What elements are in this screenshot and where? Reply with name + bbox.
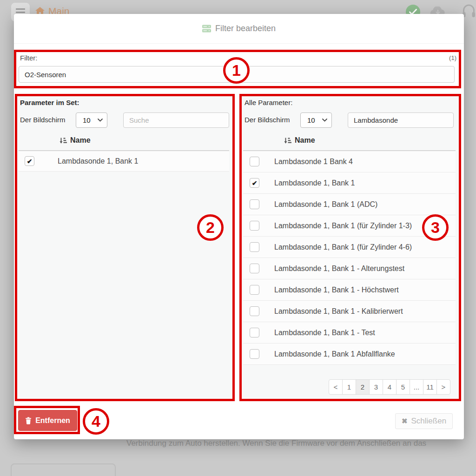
parameter-name: Lambdasonde 1, Bank 1 Abfallflanke bbox=[274, 350, 395, 358]
page-button[interactable]: 2 bbox=[356, 379, 370, 395]
chevron-down-icon bbox=[322, 119, 327, 122]
set-length-label: Der Bildschirm bbox=[20, 116, 66, 124]
close-button[interactable]: ✖ Schließen bbox=[395, 413, 453, 429]
parameter-row: Lambdasonde 1, Bank 1 (für Zylinder 1-3) bbox=[243, 215, 456, 237]
parameter-row: Lambdasonde 1 Bank 4 bbox=[243, 151, 456, 172]
background-page-text: Verbindung zum Auto herstellen. Wenn Sie… bbox=[126, 439, 426, 448]
page-button[interactable]: 11 bbox=[423, 379, 437, 395]
filter-name-input[interactable] bbox=[19, 66, 455, 83]
set-page-length-value: 10 bbox=[83, 116, 91, 124]
remove-button[interactable]: Entfernen bbox=[18, 410, 77, 431]
parameter-name: Lambdasonde 1 Bank 4 bbox=[274, 158, 353, 166]
all-length-label: Der Bildschirm bbox=[245, 116, 290, 124]
parameter-row: Lambdasonde 1, Bank 1 (für Zylinder 4-6) bbox=[243, 237, 456, 258]
parameter-row: Lambdasonde 1, Bank 1 Abfallflanke bbox=[243, 344, 456, 365]
all-name-header-label: Name bbox=[295, 136, 315, 145]
all-rows: Lambdasonde 1 Bank 4✔Lambdasonde 1, Bank… bbox=[243, 151, 456, 365]
page-button[interactable]: 1 bbox=[342, 379, 356, 395]
parameter-checkbox[interactable] bbox=[250, 306, 259, 316]
parameter-row: ✔Lambdasonde 1, Bank 1 bbox=[19, 151, 229, 172]
close-icon: ✖ bbox=[402, 417, 408, 425]
parameter-row: Lambdasonde 1, Bank 1 - Kalibrierwert bbox=[243, 301, 456, 322]
chevron-down-icon bbox=[98, 119, 103, 122]
sort-icon bbox=[284, 137, 291, 144]
set-name-column-header[interactable]: Name bbox=[60, 136, 91, 145]
parameter-checkbox[interactable] bbox=[250, 264, 259, 273]
all-search-input[interactable] bbox=[348, 112, 454, 128]
page-button[interactable]: < bbox=[329, 379, 343, 395]
parameter-checkbox[interactable] bbox=[250, 221, 259, 231]
parameter-checkbox[interactable] bbox=[250, 349, 259, 359]
all-page-length-select[interactable]: 10 bbox=[300, 112, 332, 128]
trash-icon bbox=[25, 417, 32, 424]
parameter-name: Lambdasonde 1, Bank 1 - Kalibrierwert bbox=[274, 307, 403, 316]
parameter-checkbox[interactable] bbox=[250, 199, 259, 209]
parameter-checkbox[interactable]: ✔ bbox=[25, 156, 34, 166]
set-name-header-label: Name bbox=[70, 136, 91, 145]
parameter-checkbox[interactable] bbox=[250, 157, 259, 166]
parameter-name: Lambdasonde 1, Bank 1 (ADC) bbox=[274, 200, 377, 209]
page-button[interactable]: 5 bbox=[396, 379, 410, 395]
parameter-name: Lambdasonde 1, Bank 1 - Test bbox=[274, 329, 375, 337]
parameter-row: Lambdasonde 1, Bank 1 - Test bbox=[243, 322, 456, 344]
parameter-checkbox[interactable] bbox=[250, 242, 259, 252]
filter-edit-modal: Filter bearbeiten Filter: (1) Parameter … bbox=[14, 14, 464, 439]
pagination: <12345...11> bbox=[329, 379, 450, 395]
filter-label: Filter: bbox=[20, 54, 38, 62]
page-button[interactable]: 4 bbox=[383, 379, 397, 395]
set-search-input[interactable] bbox=[123, 112, 229, 128]
parameter-row: ✔Lambdasonde 1, Bank 1 bbox=[243, 172, 456, 194]
parameter-name: Lambdasonde 1, Bank 1 bbox=[58, 157, 138, 165]
background-panel bbox=[11, 463, 116, 476]
parameter-row: Lambdasonde 1, Bank 1 - Höchstwert bbox=[243, 279, 456, 301]
parameter-checkbox[interactable] bbox=[250, 328, 259, 337]
app-root: Main Verbindung zum Auto herstellen. Wen… bbox=[0, 0, 476, 476]
all-page-length-value: 10 bbox=[307, 116, 315, 124]
headphones-icon[interactable] bbox=[462, 4, 476, 20]
filter-count-badge: (1) bbox=[449, 54, 456, 61]
sort-icon bbox=[60, 137, 67, 144]
all-panel-heading: Alle Parameter: bbox=[245, 99, 292, 106]
parameter-name: Lambdasonde 1, Bank 1 (für Zylinder 4-6) bbox=[274, 243, 412, 251]
parameter-row: Lambdasonde 1, Bank 1 - Alterungstest bbox=[243, 258, 456, 279]
filter-icon bbox=[202, 24, 211, 33]
parameter-name: Lambdasonde 1, Bank 1 bbox=[274, 179, 355, 187]
page-button[interactable]: 3 bbox=[369, 379, 383, 395]
all-name-column-header[interactable]: Name bbox=[284, 136, 315, 145]
set-rows: ✔Lambdasonde 1, Bank 1 bbox=[19, 151, 229, 172]
close-button-label: Schließen bbox=[411, 416, 446, 426]
parameter-name: Lambdasonde 1, Bank 1 - Alterungstest bbox=[274, 264, 404, 273]
set-page-length-select[interactable]: 10 bbox=[76, 112, 107, 128]
page-button[interactable]: > bbox=[436, 379, 450, 395]
parameter-checkbox[interactable] bbox=[250, 285, 259, 295]
remove-button-label: Entfernen bbox=[35, 416, 70, 425]
modal-title: Filter bearbeiten bbox=[215, 24, 276, 33]
parameter-row: Lambdasonde 1, Bank 1 (ADC) bbox=[243, 194, 456, 215]
parameter-name: Lambdasonde 1, Bank 1 - Höchstwert bbox=[274, 286, 399, 294]
page-button[interactable]: ... bbox=[410, 379, 423, 395]
parameter-checkbox[interactable]: ✔ bbox=[250, 178, 259, 188]
all-parameters-panel: Alle Parameter: Der Bildschirm 10 Name L… bbox=[240, 95, 460, 400]
set-panel-heading: Parameter im Set: bbox=[20, 99, 79, 106]
parameter-name: Lambdasonde 1, Bank 1 (für Zylinder 1-3) bbox=[274, 222, 412, 230]
modal-header: Filter bearbeiten bbox=[14, 14, 464, 44]
parameters-in-set-panel: Parameter im Set: Der Bildschirm 10 Name… bbox=[15, 95, 234, 400]
